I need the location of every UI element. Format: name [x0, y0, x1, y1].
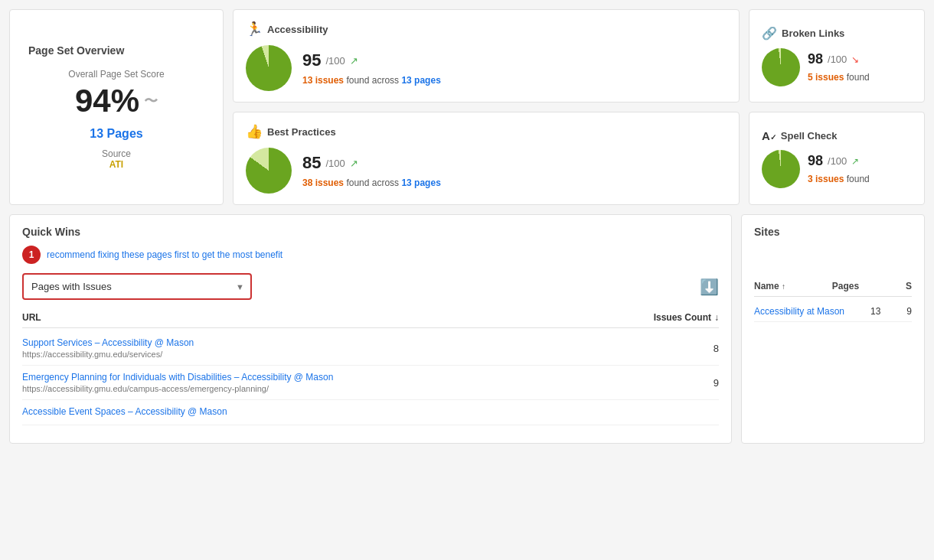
broken-links-issues-count[interactable]: 5 issues [808, 72, 844, 83]
accessibility-score: 95 [302, 50, 321, 70]
best-practices-pages-link[interactable]: 13 pages [401, 177, 440, 188]
accessibility-pages-link[interactable]: 13 pages [401, 75, 440, 86]
score-trend-icon: 〜 [144, 92, 158, 110]
accessibility-circle [246, 45, 292, 91]
row-title[interactable]: Support Services – Accessibility @ Mason [22, 337, 194, 348]
sort-name-icon[interactable]: ↑ [782, 282, 785, 291]
row-url: https://accessibility.gmu.edu/campus-acc… [22, 384, 333, 393]
badge-number: 1 [22, 246, 41, 264]
table-row: Support Services – Accessibility @ Mason… [22, 331, 719, 366]
best-practices-title: Best Practices [267, 126, 336, 138]
source-value: ATI [28, 159, 204, 170]
row-count: 9 [714, 377, 719, 389]
accessibility-trend: ↗ [350, 55, 358, 67]
download-icon[interactable]: ⬇️ [700, 278, 719, 296]
spell-check-card: A✓ Spell Check 98 /100 ↗ 3 issu [749, 112, 925, 205]
broken-links-score-max: /100 [828, 54, 847, 65]
row-title[interactable]: Emergency Planning for Individuals with … [22, 372, 333, 383]
sites-card: Sites Name ↑ Pages S Accessibility at Ma… [741, 214, 925, 444]
spell-check-title: Spell Check [781, 130, 838, 142]
quick-wins-title: Quick Wins [22, 226, 719, 238]
best-practices-trend: ↗ [350, 158, 358, 169]
spell-check-score-max: /100 [828, 155, 847, 167]
sites-col-s: S [906, 281, 912, 291]
best-practices-score-max: /100 [325, 158, 345, 169]
accessibility-info: 95 /100 ↗ 13 issues found across 13 page… [302, 50, 441, 86]
pages-count[interactable]: 13 Pages [28, 127, 204, 141]
best-practices-circle [246, 148, 292, 194]
sites-row: Accessibility at Mason 13 9 [754, 301, 912, 322]
site-s: 9 [906, 306, 912, 317]
row-title[interactable]: Accessible Event Spaces – Accessibility … [22, 406, 227, 417]
col-issues-header: Issues Count ↓ [654, 312, 719, 323]
pages-with-issues-dropdown[interactable]: Pages with Issues Pages with Errors Page… [22, 273, 252, 300]
broken-links-score: 98 [808, 51, 823, 67]
sites-table-header: Name ↑ Pages S [754, 281, 912, 297]
overall-label: Overall Page Set Score [28, 69, 204, 80]
broken-links-info: 98 /100 ↘ 5 issues found [808, 51, 870, 83]
page-set-title: Page Set Overview [28, 44, 204, 57]
accessibility-icon: 🏃 [246, 21, 263, 37]
metrics-group: 🏃 Accessibility 95 /100 ↗ 13 i [233, 9, 740, 205]
broken-links-icon: 🔗 [762, 26, 777, 41]
sort-issues-icon[interactable]: ↓ [714, 312, 719, 323]
row-left: Accessible Event Spaces – Accessibility … [22, 406, 227, 418]
spell-check-trend: ↗ [851, 156, 859, 167]
spell-check-icon: A✓ [762, 129, 776, 142]
broken-links-card: 🔗 Broken Links 98 /100 ↘ 5 iss [749, 9, 925, 103]
broken-links-title: Broken Links [782, 28, 844, 39]
spell-check-score: 98 [808, 153, 823, 169]
accessibility-card: 🏃 Accessibility 95 /100 ↗ 13 i [233, 9, 740, 103]
spell-check-info: 98 /100 ↗ 3 issues found [808, 153, 870, 184]
page-set-overview-card: Page Set Overview Overall Page Set Score… [9, 9, 224, 205]
broken-links-detail: 5 issues found [808, 72, 870, 83]
row-left: Emergency Planning for Individuals with … [22, 372, 333, 393]
sites-col-name[interactable]: Name ↑ [754, 281, 785, 291]
broken-links-circle [762, 48, 800, 86]
accessibility-detail: 13 issues found across 13 pages [302, 75, 441, 86]
col-url-header: URL [22, 312, 41, 323]
best-practices-issues-count[interactable]: 38 issues [302, 177, 344, 188]
row-url: https://accessibility.gmu.edu/services/ [22, 350, 194, 359]
best-practices-icon: 👍 [246, 123, 263, 140]
source-label: Source [28, 148, 204, 159]
sites-title: Sites [754, 226, 912, 238]
overall-score: 94% 〜 [28, 83, 204, 119]
best-practices-info: 85 /100 ↗ 38 issues found across 13 page… [302, 153, 441, 188]
site-name[interactable]: Accessibility at Mason [754, 306, 844, 317]
spell-check-circle [762, 150, 800, 188]
dropdown-row: Pages with Issues Pages with Errors Page… [22, 273, 719, 300]
table-row: Emergency Planning for Individuals with … [22, 366, 719, 400]
table-header: URL Issues Count ↓ [22, 312, 719, 328]
accessibility-title: Accessibility [267, 24, 328, 35]
best-practices-detail: 38 issues found across 13 pages [302, 177, 441, 188]
spell-check-detail: 3 issues found [808, 174, 870, 184]
right-metrics-group: 🔗 Broken Links 98 /100 ↘ 5 iss [749, 9, 925, 205]
accessibility-issues-count[interactable]: 13 issues [302, 75, 344, 86]
best-practices-card: 👍 Best Practices 85 /100 ↗ 38 [233, 112, 740, 205]
badge-text: recommend fixing these pages first to ge… [47, 249, 282, 260]
broken-links-trend: ↘ [851, 54, 859, 65]
site-pages: 13 [870, 306, 880, 317]
badge-row: 1 recommend fixing these pages first to … [22, 246, 719, 264]
row-count: 8 [714, 343, 719, 354]
quick-wins-card: Quick Wins 1 recommend fixing these page… [9, 214, 732, 444]
table-row: Accessible Event Spaces – Accessibility … [22, 400, 719, 425]
spell-check-issues-count[interactable]: 3 issues [808, 174, 844, 184]
badge-link[interactable]: recommend fixing these pages first to ge… [47, 249, 282, 260]
row-left: Support Services – Accessibility @ Mason… [22, 337, 194, 359]
best-practices-score: 85 [302, 153, 321, 173]
accessibility-score-max: /100 [325, 55, 345, 67]
sites-col-pages: Pages [832, 281, 859, 291]
dropdown-wrapper: Pages with Issues Pages with Errors Page… [22, 273, 252, 300]
